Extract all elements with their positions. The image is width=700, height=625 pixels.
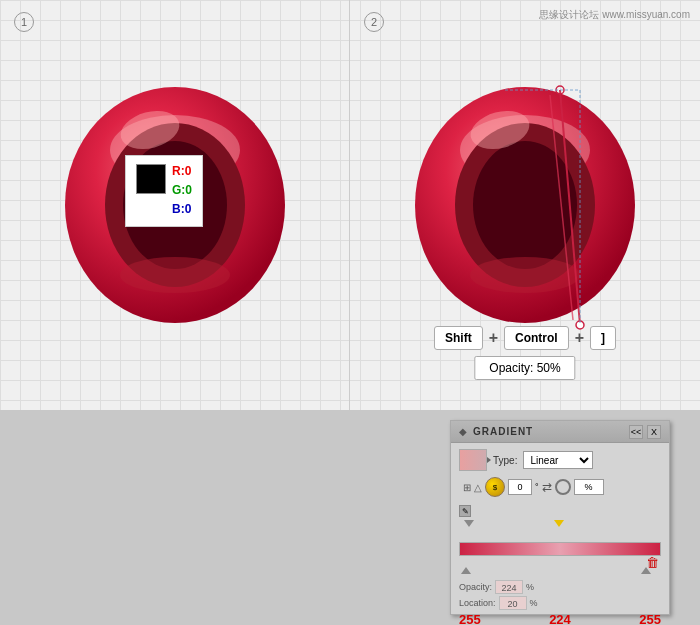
type-select[interactable]: Linear Radial xyxy=(523,451,593,469)
panel-collapse-button[interactable]: << xyxy=(629,425,643,439)
opacity-unit: % xyxy=(526,582,534,592)
type-row: Type: Linear Radial xyxy=(459,449,661,471)
reverse-icon: ⇄ xyxy=(542,480,552,494)
color-swatch xyxy=(136,164,166,194)
type-label: Type: xyxy=(493,455,517,466)
rgb-values-row: 255 255 255 224 20 72 255 255 255 xyxy=(459,612,661,625)
watermark: 思缘设计论坛 www.missyuan.com xyxy=(539,8,690,22)
degree-label: ° xyxy=(535,482,539,492)
angle-triangle-icon: △ xyxy=(474,482,482,493)
gradient-panel: ◆ GRADIENT << X Type: Linear Radial xyxy=(450,420,670,615)
b-value: B:0 xyxy=(172,200,192,219)
gradient-panel-title: GRADIENT xyxy=(473,426,533,437)
mid-r-val: 224 xyxy=(549,612,571,625)
location-value[interactable]: 20 xyxy=(499,596,527,610)
stop-bottom-left[interactable] xyxy=(461,567,471,574)
rgb-col-mid: 224 20 72 xyxy=(549,612,571,625)
panel-controls: << X xyxy=(629,425,661,439)
step-number-2: 2 xyxy=(364,12,384,32)
coin-icon: $ xyxy=(485,477,505,497)
rgb-col-left: 255 255 255 xyxy=(459,612,481,625)
bottom-panel: ◆ GRADIENT << X Type: Linear Radial xyxy=(0,410,700,625)
opacity-row: Opacity: 224 % xyxy=(459,580,661,594)
stack-icon: ⊞ xyxy=(463,482,471,493)
bracket-key: ] xyxy=(590,326,616,350)
panel-close-button[interactable]: X xyxy=(647,425,661,439)
gradient-slider-area: ✎ 🗑 xyxy=(459,505,661,574)
plus-1: + xyxy=(489,329,498,347)
opacity-value[interactable]: 224 xyxy=(495,580,523,594)
rgb-values: R:0 G:0 B:0 xyxy=(172,162,192,220)
gradient-track-container xyxy=(459,520,661,540)
opacity-location-area: Opacity: 224 % Location: 20 % xyxy=(459,580,661,610)
stop-bottom-row: 🗑 xyxy=(459,558,661,574)
gradient-preview-swatch[interactable] xyxy=(459,449,487,471)
stop-arrow-left[interactable] xyxy=(464,520,474,527)
right-r-val: 255 xyxy=(639,612,661,625)
color-info-box: R:0 G:0 B:0 xyxy=(125,155,203,227)
gradient-edit-icon: ✎ xyxy=(459,505,471,517)
circle-icon xyxy=(555,479,571,495)
delete-stop-icon[interactable]: 🗑 xyxy=(646,555,659,570)
panel-title-row: ◆ GRADIENT xyxy=(459,426,533,437)
canvas-right: 2 xyxy=(350,0,700,410)
location-label: Location: xyxy=(459,598,496,608)
stop-arrow-mid[interactable] xyxy=(554,520,564,527)
gradient-panel-header: ◆ GRADIENT << X xyxy=(451,421,669,443)
location-row: Location: 20 % xyxy=(459,596,661,610)
opacity-badge: Opacity: 50% xyxy=(474,356,575,380)
rgb-col-right: 255 255 255 xyxy=(639,612,661,625)
gradient-track[interactable] xyxy=(459,542,661,556)
gradient-diamond-icon: ◆ xyxy=(459,426,467,437)
percent-box: % xyxy=(574,479,604,495)
step-number-1: 1 xyxy=(14,12,34,32)
g-value: G:0 xyxy=(172,181,192,200)
opacity-label-small: Opacity: xyxy=(459,582,492,592)
control-key: Control xyxy=(504,326,569,350)
opera-logo-right xyxy=(405,75,645,335)
angle-row: ⊞ △ $ ° ⇄ % xyxy=(459,477,661,497)
canvas-area: 思缘设计论坛 www.missyuan.com 1 xyxy=(0,0,700,410)
canvas-left: 1 xyxy=(0,0,350,410)
shortcut-row: Shift + Control + ] xyxy=(434,326,616,350)
gradient-body: Type: Linear Radial ⊞ △ $ ° ⇄ % xyxy=(451,443,669,625)
svg-point-10 xyxy=(470,257,580,293)
r-value: R:0 xyxy=(172,162,192,181)
location-unit: % xyxy=(530,598,538,608)
plus-2: + xyxy=(575,329,584,347)
shift-key: Shift xyxy=(434,326,483,350)
left-r-val: 255 xyxy=(459,612,481,625)
angle-input[interactable] xyxy=(508,479,532,495)
svg-point-4 xyxy=(120,257,230,293)
